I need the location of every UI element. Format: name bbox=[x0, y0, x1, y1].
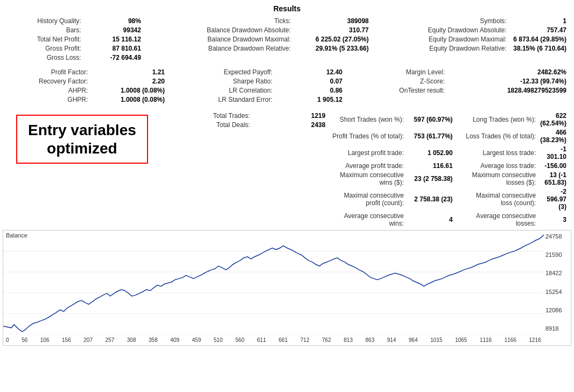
ticks-label: Ticks: bbox=[173, 16, 293, 25]
symbols-label: Symbols: bbox=[401, 16, 508, 25]
bars-value: 99342 bbox=[83, 25, 143, 34]
history-quality-label: History Quality: bbox=[5, 16, 83, 25]
results-title: Results bbox=[0, 0, 574, 16]
maximal-consec-profit-value: 2 758.38 (23) bbox=[406, 187, 455, 211]
loss-trades-label: Loss Trades (% of total): bbox=[463, 128, 538, 144]
gross-loss-label: Gross Loss: bbox=[5, 53, 83, 62]
max-consec-losses-label: Maximum consecutive losses ($): bbox=[463, 170, 538, 187]
gross-profit-value: 87 810.61 bbox=[83, 44, 143, 53]
short-trades-label: Short Trades (won %): bbox=[327, 111, 406, 128]
sharpe-ratio-value: 0.07 bbox=[275, 76, 345, 86]
avg-loss-value: -156.00 bbox=[538, 161, 569, 170]
margin-level-value: 2482.62% bbox=[447, 67, 569, 76]
long-trades-label: Long Trades (won %): bbox=[463, 111, 538, 128]
gross-profit-label: Gross Profit: bbox=[5, 44, 83, 53]
expected-payoff-value: 12.40 bbox=[275, 67, 345, 76]
z-score-value: -12.33 (99.74%) bbox=[447, 76, 569, 86]
largest-profit-label: Largest profit trade: bbox=[327, 144, 406, 161]
profit-trades-label: Profit Trades (% of total): bbox=[327, 128, 406, 144]
history-quality-value: 98% bbox=[83, 16, 143, 25]
balance-drawdown-max-value: 6 225.02 (27.05%) bbox=[293, 34, 371, 44]
total-net-profit-value: 15 116.12 bbox=[83, 34, 143, 44]
chart-y-axis: 24758 21590 18422 15254 12086 8918 bbox=[544, 230, 571, 334]
balance-drawdown-abs-label: Balance Drawdown Absolute: bbox=[173, 25, 293, 34]
sharpe-ratio-label: Sharpe Ratio: bbox=[167, 76, 275, 86]
largest-profit-value: 1 052.90 bbox=[406, 144, 455, 161]
maximal-consec-loss-label: Maximal consecutive loss (count): bbox=[463, 187, 538, 211]
bars-label: Bars: bbox=[5, 25, 83, 34]
equity-drawdown-max-label: Equity Drawdown Maximal: bbox=[401, 34, 508, 44]
ahpr-value: 1.0008 (0.08%) bbox=[90, 86, 167, 95]
lr-correlation-label: LR Correlation: bbox=[167, 86, 275, 95]
entry-variables-line2: optimized bbox=[28, 139, 136, 158]
max-consec-wins-value: 23 (2 758.38) bbox=[406, 170, 455, 187]
balance-line bbox=[3, 235, 544, 332]
maximal-consec-profit-label: Maximal consecutive profit (count): bbox=[327, 187, 406, 211]
lr-std-error-label: LR Standard Error: bbox=[167, 95, 275, 104]
ghpr-value: 1.0008 (0.08%) bbox=[90, 95, 167, 104]
equity-drawdown-rel-value: 38.15% (6 710.64) bbox=[509, 44, 569, 53]
avg-consec-losses-value: 3 bbox=[538, 211, 569, 228]
total-trades-value: 1219 bbox=[252, 111, 327, 120]
ontester-value: 1828.498279523599 bbox=[447, 86, 569, 95]
short-trades-value: 597 (60.97%) bbox=[406, 111, 455, 128]
equity-drawdown-max-value: 6 873.64 (29.85%) bbox=[509, 34, 569, 44]
recovery-factor-label: Recovery Factor: bbox=[5, 76, 90, 86]
avg-profit-value: 116.61 bbox=[406, 161, 455, 170]
lr-std-error-value: 1 905.12 bbox=[275, 95, 345, 104]
ghpr-label: GHPR: bbox=[5, 95, 90, 104]
lr-correlation-value: 0.86 bbox=[275, 86, 345, 95]
largest-loss-label: Largest loss trade: bbox=[463, 144, 538, 161]
entry-variables-box: Entry variables optimized bbox=[16, 115, 148, 164]
ticks-value: 389098 bbox=[293, 16, 371, 25]
avg-profit-label: Average profit trade: bbox=[327, 161, 406, 170]
avg-consec-losses-label: Average consecutive losses: bbox=[463, 211, 538, 228]
z-score-label: Z-Score: bbox=[361, 76, 447, 86]
ontester-label: OnTester result: bbox=[361, 86, 447, 95]
margin-level-label: Margin Level: bbox=[361, 67, 447, 76]
long-trades-value: 622 (62.54%) bbox=[538, 111, 569, 128]
avg-loss-label: Average loss trade: bbox=[463, 161, 538, 170]
recovery-factor-value: 2.20 bbox=[90, 76, 167, 86]
chart-svg-container bbox=[3, 230, 544, 334]
symbols-value: 1 bbox=[509, 16, 569, 25]
loss-trades-value: 466 (38.23%) bbox=[538, 128, 569, 144]
chart-svg bbox=[3, 230, 544, 334]
total-trades-label: Total Trades: bbox=[167, 111, 252, 120]
balance-drawdown-rel-value: 29.91% (5 233.66) bbox=[293, 44, 371, 53]
largest-loss-value: -1 301.10 bbox=[538, 144, 569, 161]
equity-drawdown-rel-label: Equity Drawdown Relative: bbox=[401, 44, 508, 53]
total-deals-value: 2438 bbox=[252, 120, 327, 129]
maximal-consec-loss-value: -2 596.97 (3) bbox=[538, 187, 569, 211]
expected-payoff-label: Expected Payoff: bbox=[167, 67, 275, 76]
stats-section: History Quality: 98% Ticks: 389098 Symbo… bbox=[0, 16, 574, 228]
avg-consec-wins-label: Average consecutive wins: bbox=[327, 211, 406, 228]
profit-factor-value: 1.21 bbox=[90, 67, 167, 76]
chart-container: Balance 24758 21590 18422 15254 12086 89… bbox=[3, 230, 571, 346]
equity-drawdown-abs-value: 757.47 bbox=[509, 25, 569, 34]
profit-trades-value: 753 (61.77%) bbox=[406, 128, 455, 144]
ahpr-label: AHPR: bbox=[5, 86, 90, 95]
max-consec-wins-label: Maximum consecutive wins ($): bbox=[327, 170, 406, 187]
total-net-profit-label: Total Net Profit: bbox=[5, 34, 83, 44]
total-deals-label: Total Deals: bbox=[167, 120, 252, 129]
avg-consec-wins-value: 4 bbox=[406, 211, 455, 228]
entry-variables-line1: Entry variables bbox=[28, 121, 136, 139]
equity-drawdown-abs-label: Equity Drawdown Absolute: bbox=[401, 25, 508, 34]
balance-drawdown-rel-label: Balance Drawdown Relative: bbox=[173, 44, 293, 53]
gross-loss-value: -72 694.49 bbox=[83, 53, 143, 62]
balance-drawdown-abs-value: 310.77 bbox=[293, 25, 371, 34]
chart-x-axis: 0 56 106 156 207 257 308 358 409 459 510… bbox=[3, 334, 544, 345]
profit-factor-label: Profit Factor: bbox=[5, 67, 90, 76]
max-consec-losses-value: 13 (-1 651.83) bbox=[538, 170, 569, 187]
balance-drawdown-max-label: Balance Drawdown Maximal: bbox=[173, 34, 293, 44]
